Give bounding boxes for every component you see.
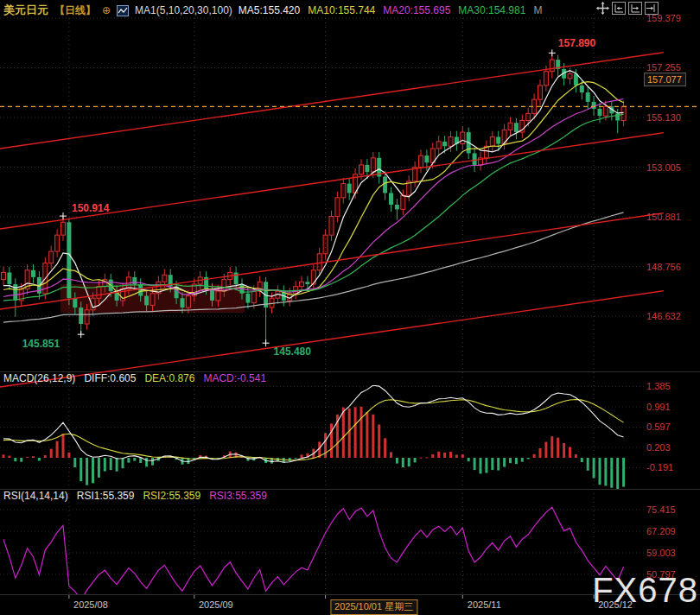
macd-macd-value: MACD:-0.541: [203, 372, 266, 384]
svg-text:150.914: 150.914: [72, 202, 110, 214]
pan-icon[interactable]: [595, 2, 609, 15]
svg-text:145.851: 145.851: [22, 338, 60, 350]
date-label[interactable]: 2025/11: [468, 599, 501, 610]
svg-text:157.890: 157.890: [558, 37, 596, 49]
macd-dea-value: DEA:0.876: [144, 372, 194, 384]
ma-legend-item: M: [533, 4, 542, 16]
chart-app: 150.914145.851145.480157.890 美元日元 【日线】 ⊕…: [0, 0, 700, 615]
macd-axis-label: 0.991: [646, 402, 671, 412]
price-axis-label: 150.881: [646, 212, 681, 222]
ma-legend-item: MA10:155.744: [308, 4, 375, 16]
rsi-axis-label: 59.003: [646, 548, 676, 558]
chart-toolbar: [595, 2, 659, 15]
price-axis-label: 157.255: [646, 62, 681, 73]
ma-legend: MA5:155.420MA10:155.744MA20:155.695MA30:…: [239, 4, 543, 16]
rsi2-value: RSI2:55.359: [143, 490, 200, 502]
date-label[interactable]: 2025/08: [73, 599, 108, 610]
macd-axis-label: 0.203: [646, 442, 671, 453]
chart-type-icon[interactable]: [117, 5, 129, 16]
add-indicator-icon[interactable]: ⊕: [102, 4, 111, 16]
macd-title[interactable]: MACD(26,12,9): [3, 372, 75, 384]
price-axis-label: 148.756: [646, 262, 681, 272]
macd-axis-label: -0.191: [646, 462, 673, 472]
ma-legend-item: MA20:155.695: [383, 4, 450, 16]
rsi-title[interactable]: RSI(14,14,14): [3, 490, 68, 502]
svg-text:145.480: 145.480: [274, 346, 312, 358]
macd-diff-value: DIFF:0.605: [84, 372, 136, 384]
watermark: FX678: [592, 573, 698, 607]
price-axis-label: 155.130: [646, 112, 681, 123]
main-header: 美元日元 【日线】 ⊕ MA1(5,10,20,30,100) MA5:155.…: [3, 3, 542, 18]
period-label[interactable]: 【日线】: [54, 3, 96, 18]
current-price-label: 157.077: [644, 73, 686, 86]
macd-axis-label: 0.597: [646, 422, 671, 432]
rsi-header: RSI(14,14,14) RSI1:55.359 RSI2:55.359 RS…: [3, 490, 267, 502]
macd-axis-label: 1.385: [646, 381, 671, 391]
rsi1-value: RSI1:55.359: [77, 490, 135, 502]
rsi3-value: RSI3:55.359: [209, 490, 267, 502]
expand-x-icon[interactable]: [628, 2, 642, 15]
date-label-highlighted[interactable]: 2025/10/01 星期三: [330, 599, 417, 615]
ma-legend-item: MA5:155.420: [239, 4, 300, 16]
rsi-axis-label: 75.415: [646, 504, 676, 515]
rsi-axis-label: 67.209: [646, 526, 676, 536]
chart-canvas[interactable]: 150.914145.851145.480157.890: [0, 0, 700, 615]
date-label[interactable]: 2025/09: [199, 599, 233, 610]
macd-header: MACD(26,12,9) DIFF:0.605 DEA:0.876 MACD:…: [3, 372, 266, 384]
compress-x-icon[interactable]: [612, 2, 626, 15]
symbol-name: 美元日元: [3, 3, 48, 18]
price-axis-label: 146.632: [646, 311, 681, 321]
shift-right-icon[interactable]: [645, 2, 659, 15]
ma-settings-label[interactable]: MA1(5,10,20,30,100): [135, 4, 232, 16]
ma-legend-item: MA30:154.981: [458, 4, 525, 16]
price-axis-label: 153.005: [646, 162, 681, 173]
